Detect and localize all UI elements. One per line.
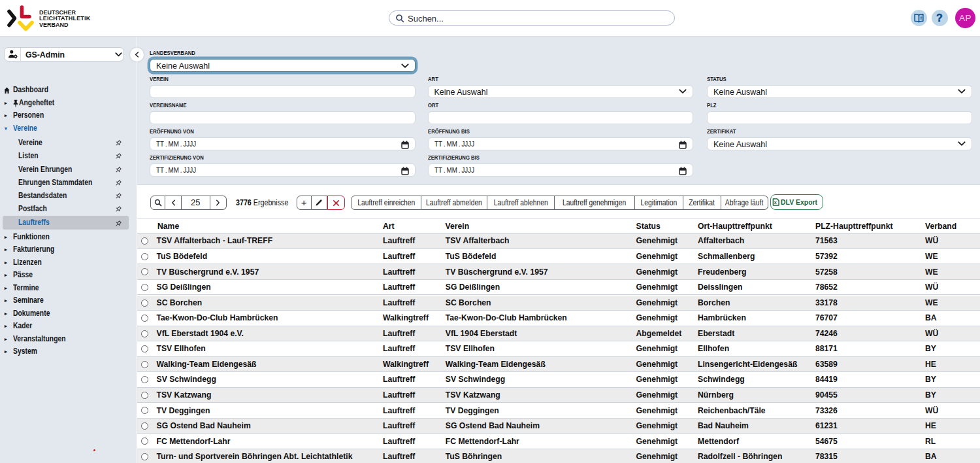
svg-text:LEICHTATHLETIK: LEICHTATHLETIK: [39, 15, 91, 22]
svg-text:VERBAND: VERBAND: [39, 22, 69, 28]
svg-text:x: x: [774, 199, 777, 205]
svg-text:DEUTSCHER: DEUTSCHER: [39, 9, 76, 16]
